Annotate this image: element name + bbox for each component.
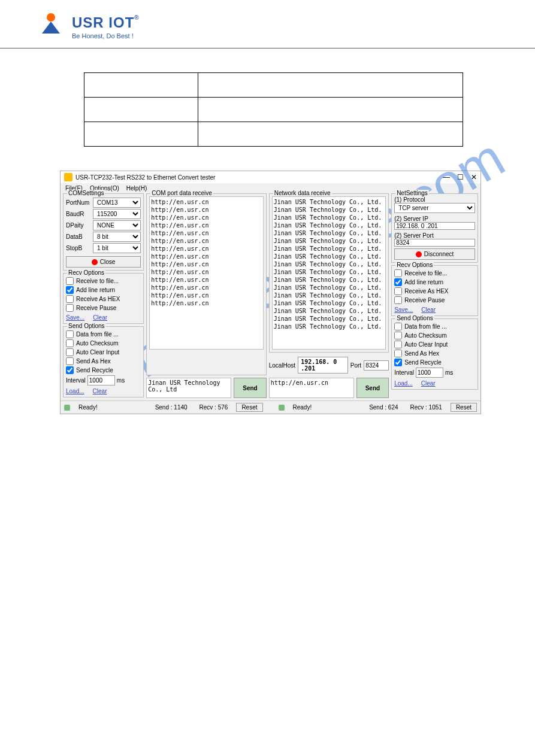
net-send-button[interactable]: Send xyxy=(356,378,389,398)
close-button[interactable]: ✕ xyxy=(471,173,477,181)
send-options-left: Send Options Data from file ... Auto Che… xyxy=(63,326,144,397)
recv-save-link[interactable]: Save... xyxy=(66,314,84,321)
status-send-right: Send : 624 xyxy=(365,404,401,411)
titlebar: USR-TCP232-Test RS232 to Ethernet Conver… xyxy=(61,171,480,183)
status-bar: Ready! Send : 1140 Recv : 576 Reset Read… xyxy=(61,400,480,414)
protocol-select[interactable]: TCP server xyxy=(394,203,475,213)
send-recycle[interactable]: Send Recycle xyxy=(66,366,141,374)
status-send-left: Send : 1140 xyxy=(152,404,191,411)
com-settings-group: COMSettings PortNumCOM13 BaudR115200 DPa… xyxy=(63,193,144,271)
recv-clear-link[interactable]: Clear xyxy=(93,314,107,321)
net-send-input[interactable]: http://en.usr.cn xyxy=(269,378,354,398)
maximize-button[interactable]: ☐ xyxy=(457,173,464,181)
net-recv-to-file[interactable]: Receive to file... xyxy=(394,269,475,277)
recv-pause[interactable]: Receive Pause xyxy=(66,304,141,312)
add-line-return[interactable]: Add line return xyxy=(66,286,141,294)
net-recv-clear[interactable]: Clear xyxy=(421,306,436,313)
net-recv-pause[interactable]: Receive Pause xyxy=(394,296,475,304)
net-send-clear[interactable]: Clear xyxy=(421,380,436,387)
recv-as-hex[interactable]: Receive As HEX xyxy=(66,295,141,303)
datab-select[interactable]: 8 bit xyxy=(93,232,141,242)
status-ready-left: Ready! xyxy=(75,404,101,411)
record-icon xyxy=(92,259,98,265)
logo-icon xyxy=(36,12,66,42)
server-ip-input[interactable] xyxy=(394,222,475,230)
status-recv-right: Recv : 1051 xyxy=(407,404,446,411)
com-data-area[interactable]: http://en.usr.cn http://en.usr.cn http:/… xyxy=(149,196,263,350)
disconnect-button[interactable]: Disconnect xyxy=(394,248,475,260)
send-load-link[interactable]: Load... xyxy=(66,388,84,394)
status-ready-right: Ready! xyxy=(289,404,316,411)
net-data-group: Network data receive Jinan USR Technolog… xyxy=(269,193,389,353)
record-icon xyxy=(416,251,422,257)
interval-input[interactable] xyxy=(87,375,115,385)
ready-icon xyxy=(279,405,285,411)
brand-name: USR IOT® xyxy=(72,14,140,31)
send-options-right: Send Options Data from file ... Auto Che… xyxy=(391,318,478,390)
net-data-from-file[interactable]: Data from file ... xyxy=(394,323,475,330)
baud-select[interactable]: 115200 xyxy=(93,209,141,219)
recv-to-file[interactable]: Receive to file... xyxy=(66,277,141,285)
ready-icon xyxy=(64,405,70,411)
recv-options-right: Recv Options Receive to file... Add line… xyxy=(391,265,478,316)
close-com-button[interactable]: Close xyxy=(66,256,141,268)
parity-select[interactable]: NONE xyxy=(93,220,141,230)
recv-options-left: Recv Options Receive to file... Add line… xyxy=(63,273,144,324)
net-send-load[interactable]: Load... xyxy=(394,380,413,387)
net-send-recycle[interactable]: Send Recycle xyxy=(394,359,475,366)
send-as-hex[interactable]: Send As Hex xyxy=(66,357,141,365)
net-settings-group: NetSettings (1) Protocol TCP server (2) … xyxy=(391,193,478,263)
com-data-group: COM port data receive http://en.usr.cn h… xyxy=(146,193,266,375)
data-from-file[interactable]: Data from file ... xyxy=(66,330,141,338)
net-send-as-hex[interactable]: Send As Hex xyxy=(394,350,475,357)
reset-right-button[interactable]: Reset xyxy=(451,403,477,412)
window-title: USR-TCP232-Test RS232 to Ethernet Conver… xyxy=(75,174,215,181)
send-clear-link[interactable]: Clear xyxy=(93,388,107,394)
status-recv-left: Recv : 576 xyxy=(196,404,232,411)
net-interval-input[interactable] xyxy=(416,368,443,378)
net-add-line-return[interactable]: Add line return xyxy=(394,278,475,286)
auto-checksum[interactable]: Auto Checksum xyxy=(66,339,141,347)
menu-help[interactable]: Help(H) xyxy=(126,185,147,192)
net-recv-save[interactable]: Save... xyxy=(394,306,413,313)
net-auto-checksum[interactable]: Auto Checksum xyxy=(394,332,475,339)
reset-left-button[interactable]: Reset xyxy=(236,403,262,412)
doc-table xyxy=(84,72,463,147)
com-send-button[interactable]: Send xyxy=(234,378,266,398)
com-send-input[interactable]: Jinan USR Technology Co., Ltd xyxy=(146,378,231,398)
auto-clear-input[interactable]: Auto Clear Input xyxy=(66,348,141,356)
app-window: USR-TCP232-Test RS232 to Ethernet Conver… xyxy=(60,171,481,414)
app-icon xyxy=(64,173,72,181)
net-data-area[interactable]: Jinan USR Technology Co., Ltd. Jinan USR… xyxy=(272,196,386,350)
portnum-select[interactable]: COM13 xyxy=(93,198,141,208)
brand-sub: Be Honest, Do Best ! xyxy=(72,32,140,40)
minimize-button[interactable]: — xyxy=(443,173,450,181)
page-header: USR IOT® Be Honest, Do Best ! xyxy=(0,0,535,48)
localhost-port[interactable] xyxy=(364,360,389,371)
net-auto-clear[interactable]: Auto Clear Input xyxy=(394,341,475,348)
net-recv-as-hex[interactable]: Receive As HEX xyxy=(394,287,475,295)
localhost-value: 192.168. 0 .201 xyxy=(298,357,348,374)
stopb-select[interactable]: 1 bit xyxy=(93,243,141,253)
server-port-input[interactable] xyxy=(394,239,475,247)
